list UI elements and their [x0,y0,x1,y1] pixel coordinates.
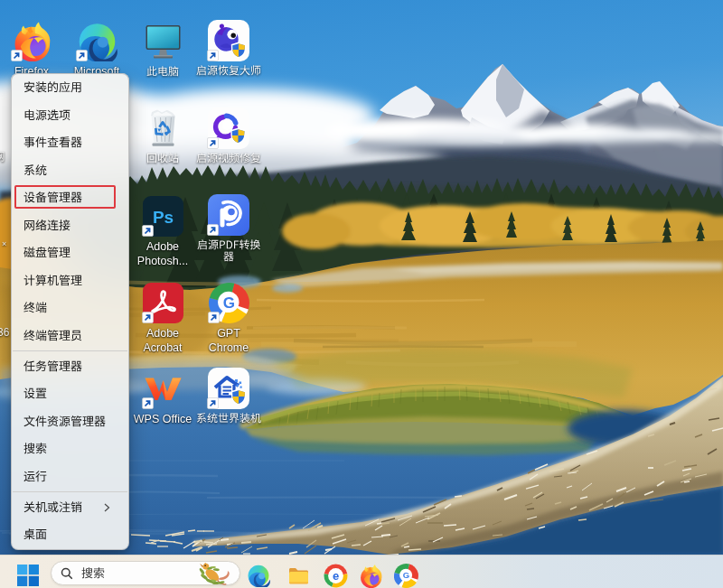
svg-text:e: e [332,569,338,583]
svg-text:Ps: Ps [152,208,173,227]
svg-text:G: G [403,570,409,580]
svg-text:G: G [222,294,234,312]
